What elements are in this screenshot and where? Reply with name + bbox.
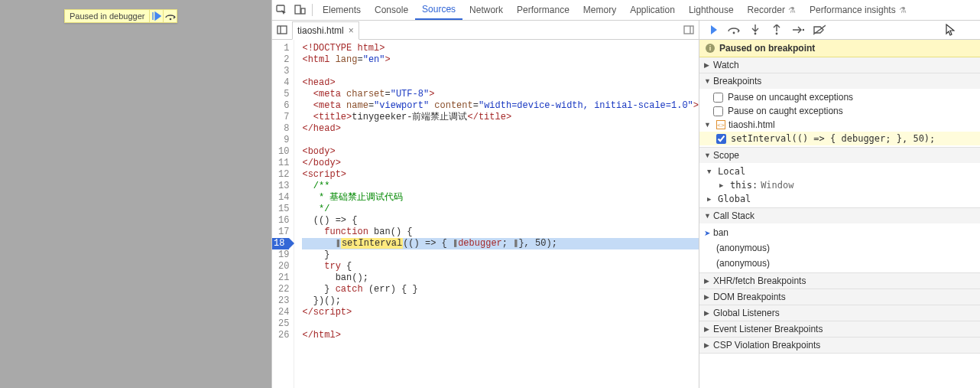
xhr-header[interactable]: ▶ XHR/fetch Breakpoints: [699, 273, 980, 289]
resume-button[interactable]: [149, 10, 163, 22]
watch-header[interactable]: ▶ Watch: [699, 57, 980, 73]
code-line[interactable]: <!DOCTYPE html>: [302, 43, 699, 54]
pause-caught-row[interactable]: Pause on caught exceptions: [699, 104, 980, 118]
code-line[interactable]: </body>: [302, 158, 699, 169]
code-line[interactable]: <meta name="viewport" content="width=dev…: [302, 100, 699, 112]
code-line[interactable]: <title>tinygeeker-前端禁止调试</title>: [302, 112, 699, 123]
line-number[interactable]: 9: [272, 135, 289, 146]
code-line[interactable]: <script>: [302, 169, 699, 181]
stack-frame[interactable]: (anonymous): [699, 256, 980, 271]
line-number[interactable]: 11: [272, 158, 289, 169]
code-line[interactable]: </head>: [302, 123, 699, 135]
code-line[interactable]: ❚setInterval(() => { ❚debugger; ❚}, 50);: [302, 238, 699, 249]
line-number[interactable]: 16: [272, 215, 289, 227]
line-number[interactable]: 5: [272, 89, 289, 100]
line-number[interactable]: 21: [272, 272, 289, 284]
code-line[interactable]: </html>: [302, 330, 699, 341]
line-number[interactable]: 22: [272, 284, 289, 295]
line-number[interactable]: 7: [272, 112, 289, 123]
pause-uncaught-row[interactable]: Pause on uncaught exceptions: [699, 90, 980, 104]
code-line[interactable]: [302, 66, 699, 77]
resume-icon[interactable]: [704, 21, 721, 39]
tab-performance-insights[interactable]: Performance insights⚗: [803, 0, 913, 20]
code-line[interactable]: })();: [302, 295, 699, 307]
line-number-gutter[interactable]: 1234567891011121314151617181920212223242…: [272, 40, 294, 388]
line-number[interactable]: 3: [272, 66, 289, 77]
scope-this-row[interactable]: ▶ this: Window: [699, 178, 980, 192]
step-out-icon[interactable]: [768, 21, 785, 39]
breakpoint-row[interactable]: setInterval(() => { debugger; }, 50);: [699, 132, 980, 145]
stack-frame[interactable]: ban: [699, 225, 980, 240]
navigator-toggle-icon[interactable]: [272, 21, 292, 39]
line-number[interactable]: 12: [272, 169, 289, 181]
code-line[interactable]: }: [302, 249, 699, 261]
more-options-icon[interactable]: [679, 21, 699, 39]
tab-lighthouse[interactable]: Lighthouse: [682, 0, 741, 20]
code-line[interactable]: /**: [302, 181, 699, 192]
line-number[interactable]: 1: [272, 43, 289, 54]
breakpoint-checkbox[interactable]: [716, 134, 726, 144]
step-icon[interactable]: [790, 21, 806, 39]
line-number[interactable]: 4: [272, 77, 289, 89]
step-into-icon[interactable]: [747, 21, 764, 39]
file-tab[interactable]: tiaoshi.html ×: [292, 21, 359, 40]
line-number[interactable]: 6: [272, 100, 289, 112]
code-line[interactable]: <meta charset="UTF-8">: [302, 89, 699, 100]
scope-local-row[interactable]: ▼ Local: [699, 165, 980, 178]
line-number[interactable]: 8: [272, 123, 289, 135]
code-line[interactable]: } catch (err) { }: [302, 284, 699, 295]
scope-global-row[interactable]: ▶ Global: [699, 192, 980, 206]
tab-application[interactable]: Application: [623, 0, 682, 20]
line-number[interactable]: 13: [272, 181, 289, 192]
code-line[interactable]: try {: [302, 261, 699, 272]
line-number[interactable]: 14: [272, 192, 289, 204]
global-listeners-header[interactable]: ▶ Global Listeners: [699, 305, 980, 321]
code-line[interactable]: [302, 135, 699, 146]
breakpoints-header[interactable]: ▼ Breakpoints: [699, 73, 980, 89]
code-line[interactable]: function ban() {: [302, 227, 699, 238]
device-toolbar-icon[interactable]: [290, 0, 309, 20]
step-over-button[interactable]: [163, 10, 177, 22]
dom-header[interactable]: ▶ DOM Breakpoints: [699, 289, 980, 305]
csp-header[interactable]: ▶ CSP Violation Breakpoints: [699, 337, 980, 353]
callstack-header[interactable]: ▼ Call Stack: [699, 208, 980, 223]
deactivate-breakpoints-icon[interactable]: [811, 21, 828, 39]
tab-console[interactable]: Console: [368, 0, 415, 20]
tab-elements[interactable]: Elements: [316, 0, 368, 20]
code-line[interactable]: <body>: [302, 146, 699, 158]
code-line[interactable]: */: [302, 204, 699, 215]
pause-caught-checkbox[interactable]: [713, 106, 723, 116]
scope-header[interactable]: ▼ Scope: [699, 148, 980, 163]
line-number[interactable]: 19: [272, 249, 289, 261]
line-number[interactable]: 2: [272, 54, 289, 66]
code-line[interactable]: <head>: [302, 77, 699, 89]
event-listener-header[interactable]: ▶ Event Listener Breakpoints: [699, 321, 980, 337]
line-number[interactable]: 18: [272, 238, 289, 249]
line-number[interactable]: 17: [272, 227, 289, 238]
pause-uncaught-checkbox[interactable]: [713, 93, 723, 103]
code-line[interactable]: </script>: [302, 307, 699, 318]
line-number[interactable]: 24: [272, 307, 289, 318]
stack-frame[interactable]: (anonymous): [699, 240, 980, 256]
breakpoint-file-row[interactable]: ▼ <> tiaoshi.html: [699, 118, 980, 132]
code-editor[interactable]: 1234567891011121314151617181920212223242…: [272, 40, 699, 388]
code-line[interactable]: (() => {: [302, 215, 699, 227]
code-line[interactable]: <html lang="en">: [302, 54, 699, 66]
code-line[interactable]: ban();: [302, 272, 699, 284]
line-number[interactable]: 10: [272, 146, 289, 158]
line-number[interactable]: 23: [272, 295, 289, 307]
line-number[interactable]: 26: [272, 330, 289, 341]
tab-sources[interactable]: Sources: [415, 0, 462, 20]
code-text[interactable]: <!DOCTYPE html><html lang="en"><head> <m…: [294, 40, 699, 388]
tab-memory[interactable]: Memory: [576, 0, 623, 20]
close-icon[interactable]: ×: [349, 25, 354, 36]
line-number[interactable]: 25: [272, 318, 289, 330]
tab-network[interactable]: Network: [462, 0, 510, 20]
tab-performance[interactable]: Performance: [510, 0, 576, 20]
step-over-icon[interactable]: [725, 21, 742, 39]
code-line[interactable]: [302, 318, 699, 330]
code-line[interactable]: * 基础禁止调试代码: [302, 192, 699, 204]
line-number[interactable]: 20: [272, 261, 289, 272]
tab-recorder[interactable]: Recorder⚗: [741, 0, 803, 20]
line-number[interactable]: 15: [272, 204, 289, 215]
